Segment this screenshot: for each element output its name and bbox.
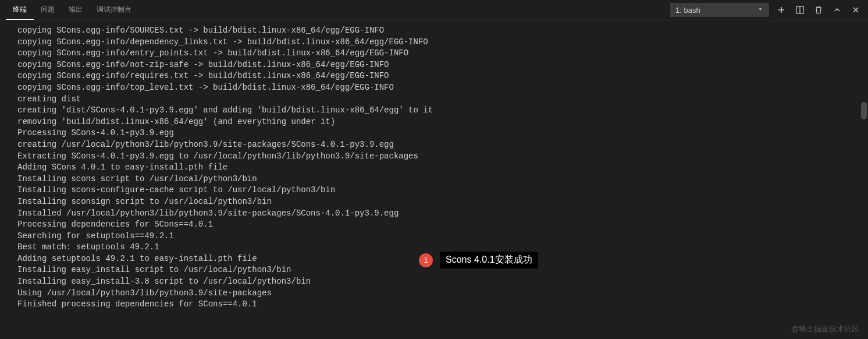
kill-terminal-button[interactable] [812, 3, 825, 16]
terminal-line: removing 'build/bdist.linux-x86_64/egg' … [17, 116, 851, 128]
terminal-output[interactable]: copying SCons.egg-info/SOURCES.txt -> bu… [0, 20, 868, 339]
terminal-line: Installing scons script to /usr/local/py… [17, 174, 851, 185]
tab-problems[interactable]: 问题 [34, 0, 62, 20]
terminal-line: creating /usr/local/python3/lib/python3.… [17, 139, 851, 151]
panel-header: 终端 问题 输出 调试控制台 1: bash [0, 0, 868, 20]
terminal-line: creating 'dist/SCons-4.0.1-py3.9.egg' an… [17, 105, 851, 116]
annotation-overlay: 1 Scons 4.0.1安装成功 [419, 252, 538, 269]
tab-debug-console[interactable]: 调试控制台 [90, 0, 138, 20]
terminal-line: Installing scons-configure-cache script … [17, 185, 851, 196]
terminal-line: Installing sconsign script to /usr/local… [17, 196, 851, 208]
terminal-line: Installing easy_install-3.8 script to /u… [17, 276, 851, 288]
terminal-select-label: 1: bash [675, 6, 700, 15]
terminal-line: Processing SCons-4.0.1-py3.9.egg [17, 128, 851, 139]
terminal-line: Extracting SCons-4.0.1-py3.9.egg to /usr… [17, 151, 851, 163]
scrollbar-thumb[interactable] [861, 102, 867, 119]
terminal-line: Finished processing dependencies for SCo… [17, 299, 851, 310]
terminal-line: copying SCons.egg-info/requires.txt -> b… [17, 70, 851, 82]
terminal-line: copying SCons.egg-info/not-zip-safe -> b… [17, 59, 851, 71]
terminal-line: Processing dependencies for SCons==4.0.1 [17, 219, 851, 231]
new-terminal-button[interactable] [775, 3, 788, 16]
terminal-line: copying SCons.egg-info/top_level.txt -> … [17, 82, 851, 94]
terminal-line: copying SCons.egg-info/SOURCES.txt -> bu… [17, 25, 851, 37]
terminal-line: Using /usr/local/python3/lib/python3.9/s… [17, 288, 851, 299]
watermark: @稀土掘金技术社区 [791, 324, 859, 334]
annotation-label: Scons 4.0.1安装成功 [440, 252, 538, 269]
tab-terminal[interactable]: 终端 [6, 0, 34, 20]
terminal-line: Searching for setuptools==49.2.1 [17, 231, 851, 242]
annotation-badge: 1 [419, 253, 433, 267]
terminal-line: Installed /usr/local/python3/lib/python3… [17, 208, 851, 220]
close-panel-button[interactable] [849, 3, 862, 16]
panel-tabs: 终端 问题 输出 调试控制台 [6, 0, 670, 20]
tab-output[interactable]: 输出 [62, 0, 90, 20]
terminal-line: creating dist [17, 94, 851, 105]
terminal-line: copying SCons.egg-info/entry_points.txt … [17, 48, 851, 59]
terminal-select-dropdown[interactable]: 1: bash [670, 3, 769, 17]
maximize-panel-button[interactable] [831, 3, 844, 16]
chevron-down-icon [757, 6, 764, 14]
panel-actions: 1: bash [670, 3, 862, 17]
terminal-line: copying SCons.egg-info/dependency_links.… [17, 37, 851, 48]
terminal-line: Adding SCons 4.0.1 to easy-install.pth f… [17, 162, 851, 174]
split-terminal-button[interactable] [794, 3, 806, 16]
